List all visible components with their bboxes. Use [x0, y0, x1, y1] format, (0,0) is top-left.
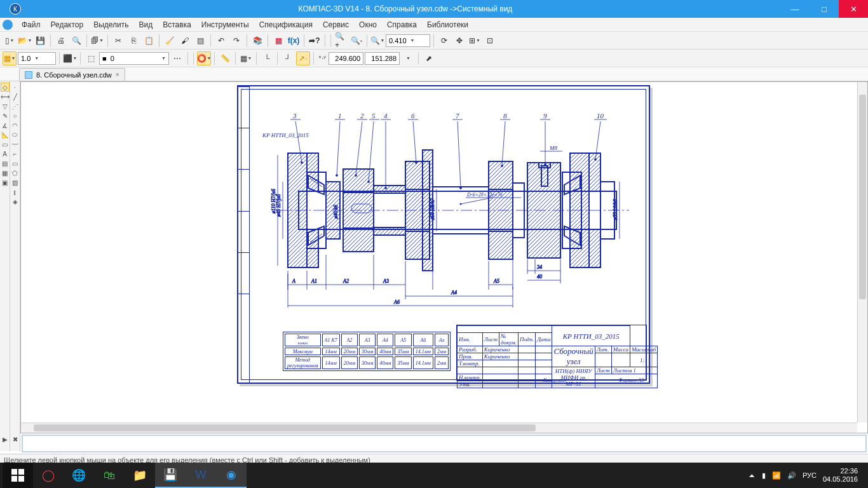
offset-tool-icon[interactable]: ⫿: [11, 187, 20, 196]
paste-icon[interactable]: 📋: [142, 34, 156, 48]
spline-tool-icon[interactable]: 〰: [11, 140, 20, 149]
cut-icon[interactable]: ✂: [111, 34, 125, 48]
preview-icon[interactable]: 🗐▼: [90, 34, 104, 48]
help-cursor-icon[interactable]: ➦?: [308, 34, 322, 48]
layers-icon[interactable]: ▤: [193, 34, 207, 48]
coord-x-field[interactable]: 249.600: [329, 52, 363, 65]
taskbar-chrome-icon[interactable]: 🌐: [64, 463, 94, 488]
snap-icon[interactable]: ⭕▼: [197, 51, 211, 65]
menu-insert[interactable]: Вставка: [158, 19, 196, 30]
ellipse-tool-icon[interactable]: ⬭: [11, 130, 20, 139]
layer-manage-icon[interactable]: ⋯: [170, 51, 184, 65]
menu-editor[interactable]: Редактор: [46, 19, 89, 30]
new-doc-icon[interactable]: ▯▼: [3, 34, 17, 48]
layer-combo[interactable]: ■ 0▼: [99, 52, 169, 65]
linewidth-combo[interactable]: 1.0▼: [18, 52, 56, 65]
drawing-canvas[interactable]: КР НТТИ_03_2015: [20, 81, 868, 433]
minimize-button[interactable]: —: [780, 0, 810, 18]
menu-spec[interactable]: Спецификация: [254, 19, 318, 30]
spec-tab-icon[interactable]: ▤: [1, 159, 10, 168]
line-tool-icon[interactable]: ╱: [11, 92, 20, 101]
save-icon[interactable]: 💾: [33, 34, 47, 48]
zoom-window-icon[interactable]: ⊞▼: [468, 34, 482, 48]
print-preview-icon[interactable]: 🔍: [69, 34, 83, 48]
zoom-prev-icon[interactable]: ⊡: [483, 34, 497, 48]
menu-help[interactable]: Справка: [382, 19, 422, 30]
measure-tab-icon[interactable]: 📐: [1, 130, 10, 139]
taskbar-word-icon[interactable]: 💾: [155, 463, 186, 488]
document-tab-active[interactable]: 8. Сборочный узел.cdw ×: [19, 68, 125, 81]
report-tab-icon[interactable]: ▦: [1, 168, 10, 177]
circle-tool-icon[interactable]: ○: [11, 111, 20, 120]
app-icon-small[interactable]: [3, 20, 13, 30]
print-icon[interactable]: 🖨: [54, 34, 68, 48]
rebuild-icon[interactable]: ⟳: [437, 34, 451, 48]
match-icon[interactable]: 🖌: [178, 34, 192, 48]
undo-icon[interactable]: ↶: [214, 34, 228, 48]
close-button[interactable]: ✕: [839, 0, 868, 18]
prop-ok-icon[interactable]: ▶: [1, 435, 10, 444]
color-icon[interactable]: ⬛▼: [63, 51, 77, 65]
pan-icon[interactable]: ✥: [452, 34, 466, 48]
zoom-combo[interactable]: 0.410▼: [386, 34, 430, 47]
menu-tools[interactable]: Инструменты: [196, 19, 254, 30]
tray-sound-icon[interactable]: 🔊: [787, 471, 796, 480]
prop-cancel-icon[interactable]: ✖: [11, 435, 20, 444]
open-icon[interactable]: 📂▼: [18, 34, 32, 48]
lcs-icon[interactable]: ⬈: [422, 51, 436, 65]
close-tab-icon[interactable]: ×: [116, 71, 119, 78]
property-panel[interactable]: [22, 435, 867, 452]
redo-icon[interactable]: ↷: [229, 34, 243, 48]
edit-tab-icon[interactable]: ✎: [1, 111, 10, 120]
properties-icon[interactable]: 🧹: [163, 34, 177, 48]
maximize-button[interactable]: □: [810, 0, 839, 18]
layer-icon[interactable]: ⬚: [84, 51, 98, 65]
geometry-tab-icon[interactable]: ◇: [1, 83, 10, 92]
ruler-icon[interactable]: 📏: [218, 51, 232, 65]
coord-y-field[interactable]: 151.288: [365, 52, 400, 65]
copy-icon[interactable]: ⎘: [126, 34, 140, 48]
grid-icon[interactable]: ▦▼: [239, 51, 253, 65]
round-icon[interactable]: ↗·: [296, 51, 310, 65]
fillet-tool-icon[interactable]: ⌐: [11, 149, 20, 158]
ortho-l-icon[interactable]: └: [260, 51, 274, 65]
taskbar-store-icon[interactable]: 🛍: [94, 463, 125, 488]
hatch-tool-icon[interactable]: ▨: [11, 178, 20, 187]
taskbar-kompas-icon[interactable]: ◉: [216, 463, 247, 488]
text-tab-icon[interactable]: A: [1, 149, 10, 158]
point-tool-icon[interactable]: ·: [11, 83, 20, 92]
contour-tool-icon[interactable]: ◈: [11, 197, 20, 206]
tray-lang[interactable]: РУС: [803, 471, 817, 479]
tray-battery-icon[interactable]: ▮: [762, 471, 766, 480]
arc-tool-icon[interactable]: ◠: [11, 121, 20, 130]
taskbar-explorer-icon[interactable]: 📁: [125, 463, 155, 488]
taskbar-word2-icon[interactable]: W: [186, 463, 216, 488]
tray-up-icon[interactable]: ⏶: [749, 471, 756, 479]
horizontal-scrollbar[interactable]: [21, 423, 857, 433]
menu-window[interactable]: Окно: [354, 19, 382, 30]
state-button[interactable]: ▦▼: [3, 51, 17, 65]
rect-tool-icon[interactable]: ▭: [11, 159, 20, 168]
menu-select[interactable]: Выделить: [88, 19, 133, 30]
zoom-fit-icon[interactable]: 🔍▼: [370, 34, 384, 48]
zoom-in-icon[interactable]: 🔍+: [334, 34, 348, 48]
tray-clock[interactable]: 22:36 04.05.2016: [823, 467, 858, 484]
select-tab-icon[interactable]: ▭: [1, 140, 10, 149]
auxline-tool-icon[interactable]: ⋰: [11, 102, 20, 111]
tray-wifi-icon[interactable]: 📶: [772, 471, 781, 480]
variables-icon[interactable]: ▦: [271, 34, 285, 48]
views-tab-icon[interactable]: ▣: [1, 178, 10, 187]
taskbar-opera-icon[interactable]: ◯: [33, 463, 64, 488]
poly-tool-icon[interactable]: ⬠: [11, 168, 20, 177]
coord-dropdown-icon[interactable]: ▼: [401, 51, 415, 65]
menu-view[interactable]: Вид: [134, 19, 158, 30]
ortho-icon[interactable]: ┘: [281, 51, 295, 65]
param-tab-icon[interactable]: ∡: [1, 121, 10, 130]
menu-libs[interactable]: Библиотеки: [422, 19, 473, 30]
menu-file[interactable]: Файл: [17, 19, 46, 30]
libraries-icon[interactable]: 📚: [250, 34, 264, 48]
dims-tab-icon[interactable]: ⟷: [1, 92, 10, 101]
symbols-tab-icon[interactable]: ▽: [1, 102, 10, 111]
start-button[interactable]: [3, 463, 33, 488]
vertical-scrollbar[interactable]: [857, 82, 867, 423]
